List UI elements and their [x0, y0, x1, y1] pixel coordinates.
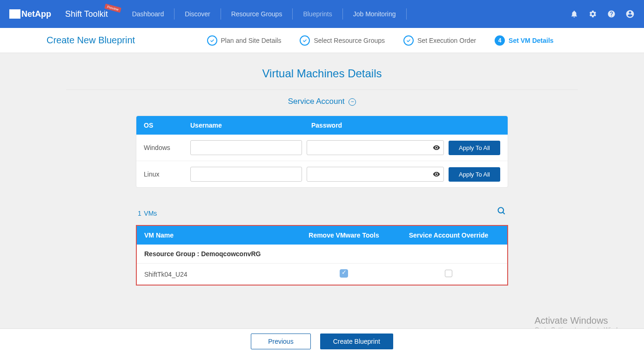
step-number: 4 [495, 35, 505, 46]
netapp-logo-icon [9, 9, 19, 19]
os-label: Linux [144, 170, 186, 178]
nav-job-monitoring[interactable]: Job Monitoring [343, 10, 406, 18]
brand-logo: NetApp [9, 9, 51, 19]
search-icon[interactable] [497, 206, 506, 218]
linux-password-input[interactable] [307, 167, 444, 182]
app-name: Shift Toolkit Preview [65, 9, 108, 19]
brand-name: NetApp [21, 9, 51, 19]
service-table-header: OS Username Password [136, 116, 508, 135]
service-account-table: OS Username Password Windows Apply To Al… [136, 116, 508, 188]
svg-line-1 [503, 212, 505, 214]
nav-resource-groups[interactable]: Resource Groups [221, 10, 293, 18]
header-password: Password [311, 122, 500, 129]
windows-watermark: Activate Windows Go to Settings to activ… [535, 315, 630, 323]
bell-icon[interactable] [570, 9, 579, 19]
vm-row: ShiftTk04_U24 [137, 264, 507, 285]
apply-all-linux-button[interactable]: Apply To All [449, 167, 500, 182]
nav-blueprints[interactable]: Blueprints [293, 10, 342, 18]
header-os: OS [144, 122, 190, 129]
top-navigation: NetApp Shift Toolkit Preview Dashboard D… [0, 0, 644, 28]
nav-right [570, 9, 635, 19]
vms-count: 1 VMs [138, 207, 157, 218]
wizard-bar: Create New Blueprint Plan and Site Detai… [0, 28, 644, 53]
nav-discover[interactable]: Discover [174, 10, 220, 18]
main-content: Virtual Machines Details Service Account… [0, 53, 644, 323]
linux-username-input[interactable] [190, 167, 302, 182]
content-card: Virtual Machines Details Service Account… [47, 62, 597, 286]
remove-tools-checkbox[interactable] [340, 269, 348, 278]
nav-dashboard[interactable]: Dashboard [122, 10, 174, 18]
vms-section: 1 VMs VM Name Remove VMware Tools Servic… [136, 206, 508, 286]
os-label: Windows [144, 144, 186, 151]
resource-group-row: Resource Group : DemoqcowconvRG [137, 245, 507, 264]
step-plan-site[interactable]: Plan and Site Details [207, 35, 282, 46]
help-icon[interactable] [607, 9, 616, 19]
windows-username-input[interactable] [190, 140, 302, 155]
check-icon [403, 35, 414, 46]
apply-all-windows-button[interactable]: Apply To All [449, 141, 500, 155]
header-override: Service Account Override [397, 231, 500, 239]
override-cell [397, 270, 500, 279]
vms-header: 1 VMs [136, 206, 508, 218]
nav-items: Dashboard Discover Resource Groups Bluep… [122, 8, 407, 20]
remove-tools-cell [290, 269, 397, 279]
vms-table: VM Name Remove VMware Tools Service Acco… [136, 225, 508, 286]
step-execution-order[interactable]: Set Execution Order [403, 35, 476, 46]
vms-table-header: VM Name Remove VMware Tools Service Acco… [137, 226, 507, 245]
wizard-title: Create New Blueprint [47, 35, 135, 46]
collapse-icon[interactable]: − [349, 98, 356, 106]
step-resource-groups[interactable]: Select Resource Groups [300, 35, 385, 46]
header-remove-tools: Remove VMware Tools [290, 231, 397, 239]
check-icon [300, 35, 310, 46]
service-row-linux: Linux Apply To All [136, 161, 508, 187]
override-checkbox[interactable] [445, 270, 452, 277]
windows-password-input[interactable] [307, 140, 444, 155]
header-vm-name: VM Name [144, 231, 290, 239]
header-username: Username [190, 122, 311, 129]
vm-name: ShiftTk04_U24 [144, 271, 290, 278]
service-account-title: Service Account − [47, 97, 597, 106]
service-row-windows: Windows Apply To All [136, 135, 508, 161]
divider [66, 89, 578, 90]
check-icon [207, 35, 217, 46]
svg-point-0 [498, 208, 504, 213]
page-title: Virtual Machines Details [47, 62, 597, 80]
eye-icon[interactable] [433, 170, 440, 178]
eye-icon[interactable] [433, 144, 440, 151]
step-vm-details[interactable]: 4 Set VM Details [495, 35, 553, 46]
user-icon[interactable] [625, 9, 635, 19]
gear-icon[interactable] [588, 9, 597, 19]
wizard-steps: Plan and Site Details Select Resource Gr… [163, 35, 597, 46]
